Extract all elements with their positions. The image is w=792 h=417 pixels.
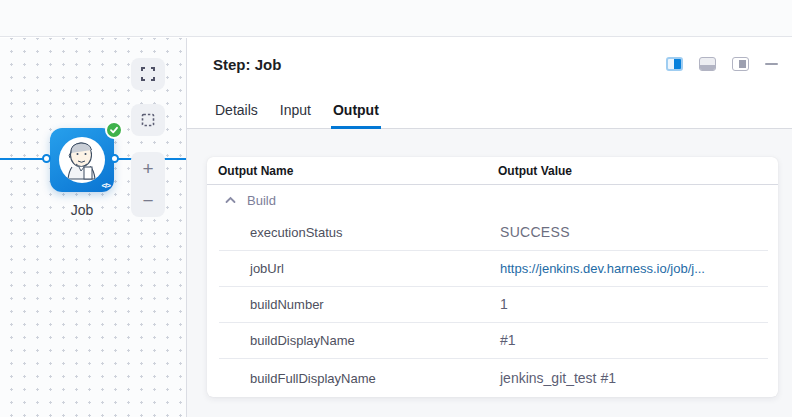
layout-side-panel-icon[interactable]: [732, 57, 749, 71]
status-success-badge: [105, 121, 123, 139]
canvas-fullscreen-button[interactable]: [131, 58, 165, 90]
layout-right-panel-active-icon[interactable]: [666, 57, 683, 71]
output-name: buildFullDisplayName: [250, 371, 376, 386]
table-row: buildDisplayName #1: [207, 322, 778, 358]
group-label: Build: [247, 192, 276, 207]
output-value: jenkins_git_test #1: [500, 370, 616, 386]
output-tab-content: Output Name Output Value Build execution…: [187, 129, 792, 417]
pipeline-node-job[interactable]: </>: [50, 128, 114, 192]
node-input-port[interactable]: [42, 154, 51, 163]
table-row: buildNumber 1: [207, 286, 778, 322]
output-value: SUCCESS: [500, 224, 570, 240]
plus-icon: +: [142, 159, 153, 178]
output-table-card: Output Name Output Value Build execution…: [207, 157, 778, 397]
output-value: 1: [500, 296, 508, 312]
output-value-link[interactable]: https://jenkins.dev.harness.io/job/j...: [500, 261, 705, 276]
canvas-marquee-select-button[interactable]: [131, 104, 165, 136]
canvas-zoom-controls: + −: [131, 152, 165, 217]
layout-bottom-panel-icon[interactable]: [699, 57, 716, 71]
table-row: executionStatus SUCCESS: [207, 214, 778, 250]
column-header-output-value: Output Value: [498, 164, 572, 178]
tab-output[interactable]: Output: [331, 102, 381, 129]
node-label: Job: [40, 202, 124, 218]
zoom-in-button[interactable]: +: [131, 152, 165, 185]
minimize-panel-icon[interactable]: [765, 63, 778, 66]
panel-title: Step: Job: [213, 56, 281, 73]
output-name: executionStatus: [250, 225, 343, 240]
node-output-port[interactable]: [110, 154, 119, 163]
zoom-out-button[interactable]: −: [131, 185, 165, 218]
tab-details[interactable]: Details: [213, 102, 260, 129]
table-row: jobUrl https://jenkins.dev.harness.io/jo…: [207, 250, 778, 286]
table-header-row: Output Name Output Value: [207, 157, 778, 185]
panel-tabbar: Details Input Output: [213, 102, 381, 128]
panel-header: Step: Job Details Input Output: [187, 38, 792, 129]
marquee-select-icon: [140, 112, 156, 128]
pipeline-canvas[interactable]: </> Job + −: [0, 38, 187, 417]
fullscreen-icon: [140, 66, 156, 82]
output-name: buildNumber: [250, 297, 324, 312]
jenkins-logo-icon: [59, 137, 105, 183]
minus-icon: −: [142, 191, 153, 210]
output-name: jobUrl: [250, 261, 284, 276]
column-header-output-name: Output Name: [218, 164, 293, 178]
top-bar: [0, 0, 792, 37]
output-value: #1: [500, 332, 516, 348]
output-name: buildDisplayName: [250, 333, 355, 348]
table-group-row: Build: [207, 185, 778, 214]
table-row: buildFullDisplayName jenkins_git_test #1: [207, 358, 778, 398]
chevron-up-icon[interactable]: [225, 196, 236, 204]
step-details-panel: Step: Job Details Input Output Output Na…: [187, 38, 792, 417]
code-icon: </>: [101, 181, 110, 190]
tab-input[interactable]: Input: [278, 102, 313, 129]
panel-layout-controls: [666, 57, 778, 71]
